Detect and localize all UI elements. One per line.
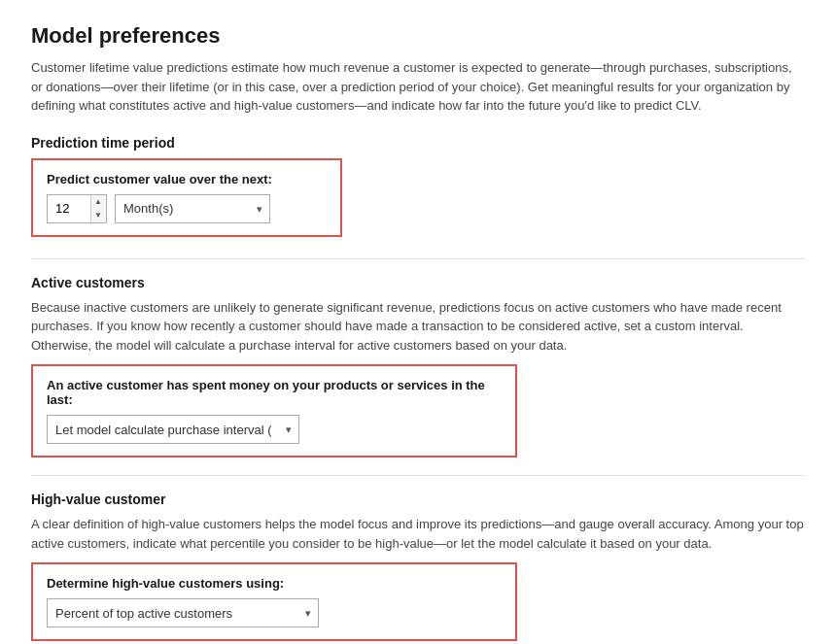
high-value-section: High-value customer A clear definition o…	[31, 491, 805, 644]
interval-select[interactable]: Let model calculate purchase interval (r…	[47, 415, 299, 444]
prediction-section-title: Prediction time period	[31, 135, 805, 151]
period-select[interactable]: Month(s) Year(s) Week(s)	[115, 194, 270, 223]
high-value-title: High-value customer	[31, 491, 805, 507]
prediction-box: Predict customer value over the next: ▲ …	[31, 158, 342, 237]
active-customers-title: Active customers	[31, 275, 805, 290]
page-title: Model preferences	[31, 23, 805, 49]
active-customers-box: An active customer has spent money on yo…	[31, 364, 517, 458]
highval-select[interactable]: Percent of top active customers Let mode…	[47, 598, 319, 627]
prediction-box-label: Predict customer value over the next:	[47, 172, 327, 186]
interval-select-wrap: Let model calculate purchase interval (r…	[47, 415, 299, 444]
active-customers-description: Because inactive customers are unlikely …	[31, 298, 805, 356]
period-select-wrap: Month(s) Year(s) Week(s)	[115, 194, 270, 223]
number-input-wrap: ▲ ▼	[47, 194, 107, 223]
spin-up-btn[interactable]: ▲	[91, 195, 105, 209]
high-value-box-label: Determine high-value customers using:	[47, 576, 502, 591]
prediction-section: Prediction time period Predict customer …	[31, 135, 805, 241]
high-value-description: A clear definition of high-value custome…	[31, 515, 805, 553]
high-value-box: Determine high-value customers using: Pe…	[31, 562, 517, 641]
prediction-number-input[interactable]	[48, 197, 90, 220]
active-customers-box-label: An active customer has spent money on yo…	[47, 378, 502, 407]
active-customers-section: Active customers Because inactive custom…	[31, 275, 805, 458]
spin-down-btn[interactable]: ▼	[91, 209, 105, 222]
highval-select-wrap: Percent of top active customers Let mode…	[47, 598, 319, 627]
page-description: Customer lifetime value predictions esti…	[31, 58, 805, 116]
